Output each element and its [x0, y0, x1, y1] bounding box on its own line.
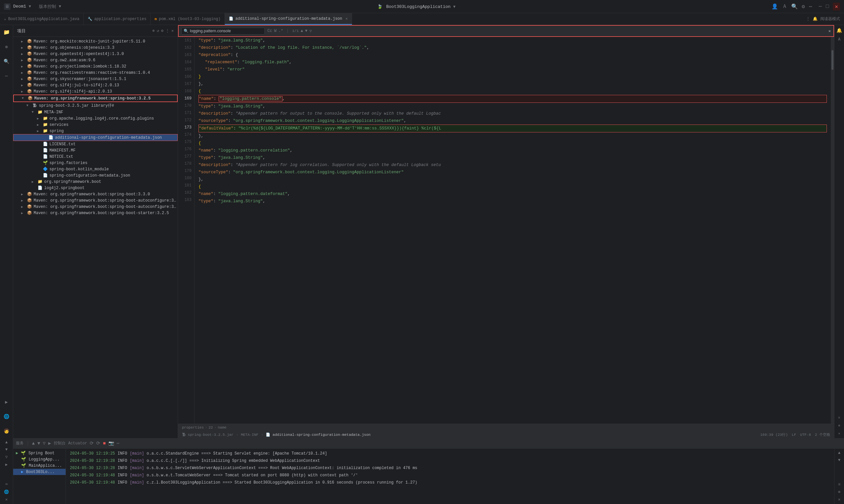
bottom-action1[interactable]: ≡	[838, 482, 840, 487]
tree-item-jsonassert[interactable]: ▶ 📦 Maven: org.skyscreamer:jsonassert:1.…	[13, 76, 178, 82]
log-msg-1: o.a.c.c.StandardEngine ===> Starting Ser…	[147, 450, 327, 457]
tree-item-springboot325[interactable]: ▼ 📦 Maven: org.springframework.boot:spri…	[13, 94, 178, 102]
bottom-icon-run[interactable]: ▶	[5, 462, 7, 467]
right-icon-2[interactable]: A	[838, 37, 840, 42]
tab-json-close[interactable]: ✕	[345, 16, 348, 21]
search-icon[interactable]: 🔍	[791, 3, 798, 10]
settings-icon[interactable]: ⚙	[802, 3, 805, 10]
toolbar-up[interactable]: ▲	[32, 441, 35, 446]
tree-close-icon[interactable]: ✕	[171, 28, 174, 33]
toolbar-camera[interactable]: 📷	[108, 440, 114, 446]
search-up-icon[interactable]: ▲	[301, 29, 303, 33]
tree-item-objenesis[interactable]: ▶ 📦 Maven: org.objenesis:objenesis:3.3	[13, 44, 178, 51]
tree-item-starter325[interactable]: ▶ 📦 Maven: org.springframework.boot:spri…	[13, 210, 178, 216]
tree-item-mockito[interactable]: ▶ 📦 Maven: org.mockito:mockito-junit-jup…	[13, 38, 178, 44]
tree-item-jul[interactable]: ▶ 📦 Maven: org.slf4j:jul-to-slf4j:2.0.13	[13, 82, 178, 88]
bottom-icon-down[interactable]: ▼	[5, 447, 7, 452]
version-control-label[interactable]: 版本控制	[39, 4, 56, 10]
bottom-scroll-down[interactable]: ▼	[838, 458, 840, 463]
tree-item-org-sb[interactable]: ▶ 📁 org.springframework.boot	[13, 179, 178, 185]
toolbar-filter[interactable]: ▽	[43, 440, 46, 446]
tree-item-spring-folder[interactable]: ▶ 📁 spring	[13, 128, 178, 134]
tree-item-additional-json[interactable]: 📄 additional-spring-configuration-metada…	[13, 134, 178, 141]
search-down-icon[interactable]: ▼	[305, 29, 307, 33]
notification-icon[interactable]: 🔔	[813, 16, 817, 21]
toolbar-run[interactable]: ▶	[48, 440, 51, 446]
tree-item-notice[interactable]: 📄 NOTICE.txt	[13, 154, 178, 160]
tree-item-lombok[interactable]: ▶ 📦 Maven: org.projectlombok:lombok:1.18…	[13, 63, 178, 70]
sidebar-icon-terminal[interactable]: ▶	[2, 397, 11, 407]
expand-icon: ▶	[21, 211, 27, 215]
version-control-dropdown[interactable]: ▼	[59, 4, 61, 9]
search-input[interactable]	[190, 29, 262, 33]
toolbar-restart[interactable]: ⟳	[90, 440, 93, 446]
toolbar-down[interactable]: ▼	[37, 441, 40, 446]
tree-item-autoconfigure330[interactable]: ▶ 📦 Maven: org.springframework.boot:spri…	[13, 203, 178, 210]
spring-item-logging[interactable]: 🌱 LoggingApp...	[13, 456, 66, 463]
tab-json[interactable]: 📄 additional-spring-configuration-metada…	[225, 13, 352, 25]
regex-btn[interactable]: .*	[279, 29, 283, 33]
close-btn[interactable]: ✕	[833, 3, 840, 11]
toolbar-more[interactable]: ⋯	[117, 440, 119, 446]
tree-item-manifest[interactable]: 📄 MANIFEST.MF	[13, 147, 178, 154]
tree-item-ow2asm[interactable]: ▶ 📦 Maven: org.ow2.asm:asm:9.6	[13, 57, 178, 63]
right-icon-1[interactable]: 🔔	[837, 28, 842, 33]
tree-item-jar[interactable]: ▼ 🗜 spring-boot-3.2.5.jar library仔#	[13, 102, 178, 109]
sidebar-icon-find[interactable]: 🔍	[2, 57, 11, 66]
tree-item-reactivestreams[interactable]: ▶ 📦 Maven: org.reactivestreams:reactive-…	[13, 70, 178, 76]
editor-scrollbar[interactable]	[831, 37, 834, 424]
tab-java[interactable]: ☕ Boot303LoggingApplication.java	[0, 13, 84, 25]
bottom-icon-close[interactable]: ✕	[5, 497, 7, 502]
tree-item-services[interactable]: ▶ 📁 services	[13, 122, 178, 128]
maximize-btn[interactable]: □	[826, 4, 829, 10]
toolbar-stop[interactable]: ■	[103, 441, 105, 446]
tree-item-spring-factories[interactable]: 🌱 spring.factories	[13, 160, 178, 166]
bottom-icon-filter[interactable]: ▽	[5, 455, 7, 460]
tree-gear-icon[interactable]: ⚙	[161, 28, 163, 33]
tree-item-slf4j[interactable]: ▶ 📦 Maven: org.slf4j:slf4j-api:2.0.13	[13, 88, 178, 94]
spring-item-main[interactable]: 🌱 MainApplica...	[13, 463, 66, 469]
tree-collapse-icon[interactable]: ⊕	[152, 28, 155, 33]
tree-more-icon[interactable]: ⋮	[166, 28, 170, 33]
bottom-icon-up[interactable]: ▲	[5, 440, 7, 445]
bottom-icon-terminal[interactable]: ⌨	[5, 482, 7, 487]
window-title-dropdown[interactable]: ▼	[453, 5, 455, 9]
tree-item-springboot330[interactable]: ▶ 📦 Maven: org.springframework.boot:spri…	[13, 191, 178, 197]
tree-item-autoconfigure325[interactable]: ▶ 📦 Maven: org.springframework.boot:spri…	[13, 197, 178, 203]
tab-props[interactable]: 🔧 application.properties	[84, 13, 151, 25]
project-dropdown-icon[interactable]: ▼	[29, 4, 31, 9]
sidebar-icon-project[interactable]: 📁	[2, 28, 11, 37]
tree-item-spring-config-meta[interactable]: 📄 spring-configuration-metadata.json	[13, 172, 178, 179]
spring-item-boot303[interactable]: ▶ Boot303Lo...	[13, 469, 66, 475]
sidebar-icon-more[interactable]: ⋯	[2, 71, 11, 80]
more-icon[interactable]: ⋯	[809, 3, 812, 10]
sidebar-icon-settings[interactable]: 🌐	[2, 412, 11, 421]
tree-refresh-icon[interactable]: ↺	[157, 28, 159, 33]
tree-item-license[interactable]: 📄 LICENSE.txt	[13, 141, 178, 147]
tab-more-icon[interactable]: ⋮	[806, 16, 810, 21]
search-close-btn[interactable]: ✕	[828, 29, 831, 34]
tree-item-kotlin-module[interactable]: 🔷 spring-boot.kotlin_module	[13, 166, 178, 172]
tab-pom[interactable]: m pom.xml (boot3-03-logging)	[151, 13, 225, 25]
tree-item-opentest4j[interactable]: ▶ 📦 Maven: org.opentest4j:opentest4j:1.3…	[13, 51, 178, 57]
search-input-wrap[interactable]: 🔍	[181, 28, 265, 35]
spring-item-root[interactable]: ▶ 🌱 Spring Boot	[13, 450, 66, 456]
filter-icon[interactable]: ▽	[309, 29, 312, 34]
reader-mode-label[interactable]: 阅读器模式	[820, 16, 840, 22]
sidebar-icon-git[interactable]: ⊕	[2, 42, 11, 51]
bottom-action2[interactable]: ⊕	[838, 489, 840, 494]
minimize-btn[interactable]: ─	[819, 4, 822, 10]
tree-item-log4j2[interactable]: 📄 log4j2.springboot	[13, 185, 178, 191]
tree-item-metainf[interactable]: ▼ 📁 META-INF	[13, 109, 178, 115]
bottom-icon-web[interactable]: 🌐	[4, 489, 9, 494]
case-sensitive-btn[interactable]: Cc	[268, 29, 272, 33]
bottom-scroll-up[interactable]: ▲	[838, 451, 840, 455]
tree-label: Maven: org.ow2.asm:asm:9.6	[34, 58, 95, 62]
tree-item-log4j[interactable]: ▶ 📁 org.apache.logging.log4j.core.config…	[13, 115, 178, 122]
word-btn[interactable]: W	[274, 29, 276, 33]
code-lines[interactable]: "type": "java.lang.String", "description…	[194, 37, 831, 424]
bottom-action3[interactable]: ✕	[838, 497, 840, 502]
toolbar-actuator[interactable]: Actuator	[68, 441, 87, 446]
toolbar-restart2[interactable]: ⟳	[96, 440, 100, 446]
sidebar-icon-profile[interactable]: 🧑	[2, 426, 11, 435]
